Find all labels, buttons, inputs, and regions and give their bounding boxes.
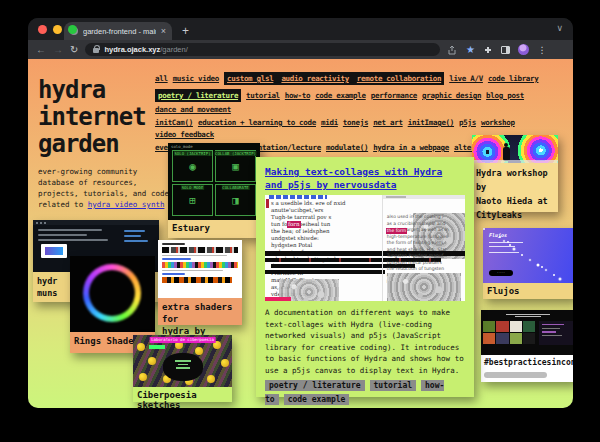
main-card-title-link[interactable]: Making text-collages with Hydra and p5js… <box>265 165 465 191</box>
nav-filter-poetry-literature[interactable]: poetry / literature <box>155 89 241 102</box>
collage-screenshot: s a usedble lds. ere of nxid anutte'ucib… <box>265 195 465 301</box>
nav-filter-initcam[interactable]: initCam() <box>155 118 193 127</box>
nav-filter-custom-glsl[interactable]: custom glsl <box>224 72 276 85</box>
nav-filter-tonejs[interactable]: tonejs <box>343 118 368 127</box>
minimize-window-button[interactable] <box>53 25 62 34</box>
readme-image-placeholder <box>41 244 67 258</box>
flujos-overlay-title: Flujos <box>489 232 507 238</box>
nav-filter-code-library[interactable]: code library <box>488 74 539 83</box>
tag-tutorial[interactable]: tutorial <box>370 380 417 391</box>
card-caption: extra shaders for hydra by Kandid <box>158 298 242 325</box>
nav-filter-music-video[interactable]: music video <box>173 74 219 83</box>
browser-window: garden-frontend - main × + ∨ ← → ↻ hydra… <box>28 18 573 408</box>
nav-filter-education[interactable]: education + learning to code <box>198 118 316 127</box>
nav-filter-live-av[interactable]: live A/V <box>449 74 483 83</box>
nav-filter-workshop[interactable]: workshop <box>481 118 515 127</box>
lock-icon[interactable] <box>93 48 99 53</box>
tag-poetry-literature[interactable]: poetry / literature <box>265 380 365 391</box>
url-text: hydra.ojack.xyz/garden/ <box>104 45 187 54</box>
tab-title: garden-frontend - main <box>83 27 156 36</box>
tab-strip: garden-frontend - main × + ∨ <box>28 18 573 40</box>
green-chip <box>149 345 165 349</box>
card-estuary[interactable]: solo_mode SOLO (JACKTRIP)◉ COLLAB (JACKT… <box>168 143 260 238</box>
card-hydra-workshop[interactable]: Hydra workshop by Naoto Hieda at CityLea… <box>472 135 558 212</box>
ciberpoesia-thumbnail: Laboratorio de ciberpoesia <box>133 335 232 387</box>
extra-shaders-thumbnail <box>158 240 242 298</box>
nav-filter-audio-reactivity[interactable]: audio reactivity <box>276 72 351 85</box>
scroll-bar[interactable] <box>484 372 547 378</box>
nav-filter-graphic-design[interactable]: graphic design <box>422 91 481 100</box>
tag-code-example[interactable]: code example <box>284 394 350 405</box>
main-card-tags: poetry / literaturetutorialhow-tocode ex… <box>265 379 461 407</box>
card-caption: Hydra workshop by Naoto Hieda at CityLea… <box>472 163 558 212</box>
bookmark-star-icon[interactable]: ★ <box>465 45 475 55</box>
person-silhouette <box>503 147 510 161</box>
url-path: /garden/ <box>160 45 188 54</box>
chat-panel <box>539 321 573 345</box>
workshop-thumbnail <box>472 135 558 163</box>
nav-filter-blog-post[interactable]: blog post <box>486 91 524 100</box>
site-tagline: ever-growing community database of resou… <box>38 166 170 210</box>
nav-filter-midi[interactable]: midi <box>321 118 338 127</box>
browser-toolbar: ← → ↻ hydra.ojack.xyz/garden/ ★ ⋮ <box>28 40 573 59</box>
ciberpoesia-banner: Laboratorio de ciberpoesia <box>149 337 216 343</box>
nav-filter-dance-and-movement[interactable]: dance and movement <box>155 105 231 114</box>
profile-avatar[interactable] <box>518 44 529 55</box>
card-ciberpoesia[interactable]: Laboratorio de ciberpoesia Ciberpoesia s… <box>133 335 232 402</box>
card-bestpractices[interactable]: #bestpracticesincontem <box>481 310 573 382</box>
nav-filter-net-art[interactable]: net art <box>373 118 403 127</box>
bestpractices-thumbnail <box>481 310 573 355</box>
nav-filter-video-feedback[interactable]: video feedback <box>155 130 214 139</box>
nav-filter-remote-collaboration[interactable]: remote collaboration <box>352 72 444 85</box>
main-card-description: A documentation on different ways to mak… <box>265 307 465 376</box>
reload-button[interactable]: ↻ <box>70 45 78 55</box>
nav-filter-p5js[interactable]: p5js <box>459 118 476 127</box>
nav-row-2: poetry / literature tutorial how-to code… <box>155 89 573 114</box>
card-main-text-collages: Making text-collages with Hydra and p5js… <box>256 157 474 397</box>
url-bar[interactable]: hydra.ojack.xyz/garden/ <box>85 43 440 56</box>
card-caption: #bestpracticesincontem <box>481 355 573 370</box>
center-blob <box>163 353 203 381</box>
estuary-thumbnail: solo_mode SOLO (JACKTRIP)◉ COLLAB (JACKT… <box>168 143 260 220</box>
back-button[interactable]: ← <box>36 45 46 55</box>
menu-icon[interactable]: ⋮ <box>537 45 546 55</box>
toolbar-icons: ★ ⋮ <box>447 44 546 55</box>
new-tab-button[interactable]: + <box>182 22 189 40</box>
page-title: hydra internet garden <box>38 77 170 158</box>
nav-filter-initimage[interactable]: initImage() <box>408 118 454 127</box>
url-host: hydra.ojack.xyz <box>104 45 160 54</box>
powder-texture-3 <box>387 273 461 301</box>
card-flujos[interactable]: Flujos ···· Flujos <box>483 228 573 299</box>
tab-close-icon[interactable]: × <box>161 26 166 36</box>
highlight-word-right: the form <box>386 228 407 234</box>
card-extra-shaders-kandid[interactable]: extra shaders for hydra by Kandid <box>158 240 242 325</box>
nav-filter-hydra-in-a-webpage[interactable]: hydra in a webpage <box>373 143 449 152</box>
window-controls[interactable] <box>38 25 77 34</box>
screen-icon: ⊞ <box>189 195 196 206</box>
tab-search-chevron-icon[interactable]: ∨ <box>556 23 563 33</box>
close-window-button[interactable] <box>38 25 47 34</box>
side-panel-icon[interactable] <box>501 46 510 54</box>
hydra-video-synth-link[interactable]: hydra video synth <box>88 200 165 209</box>
nav-filter-performance[interactable]: performance <box>371 91 417 100</box>
sparkle-trail <box>483 228 485 230</box>
share-icon[interactable] <box>447 45 457 55</box>
rainbow-ring-graphic <box>83 264 141 322</box>
network-icon: ◨ <box>232 195 239 206</box>
browser-tab[interactable]: garden-frontend - main × <box>64 22 172 40</box>
device-icon: ▣ <box>232 161 239 172</box>
nav-filter-tutorial[interactable]: tutorial <box>246 91 280 100</box>
nav-filter-code-example[interactable]: code example <box>315 91 366 100</box>
nav-filter-all[interactable]: all <box>155 74 168 83</box>
nav-filter-how-to[interactable]: how-to <box>285 91 310 100</box>
rings-shader-thumbnail <box>70 256 155 332</box>
card-caption: Estuary <box>168 220 260 238</box>
card-caption: Flujos <box>483 283 573 299</box>
zoom-window-button[interactable] <box>68 25 77 34</box>
extensions-icon[interactable] <box>483 45 493 55</box>
estuary-top-note: solo_mode <box>171 144 193 149</box>
highlight-word-left: forn <box>287 221 301 228</box>
forward-button[interactable]: → <box>53 45 63 55</box>
nav-filter-modulate[interactable]: modulate() <box>326 143 368 152</box>
coin-icon: ◉ <box>189 161 196 172</box>
